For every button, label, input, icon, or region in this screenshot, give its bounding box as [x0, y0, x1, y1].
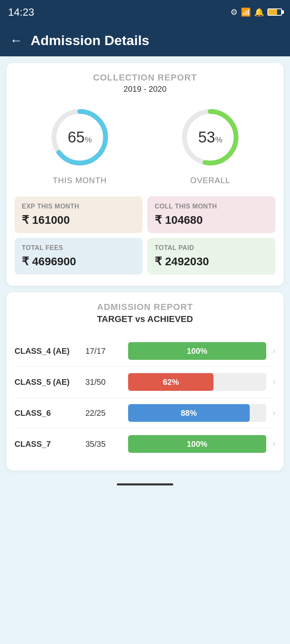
collection-report-title: COLLECTION REPORT — [14, 72, 276, 83]
battery-icon — [267, 8, 282, 16]
this-month-label: THIS MONTH — [53, 176, 107, 185]
class6-progress-bg: 88% — [128, 404, 266, 422]
this-month-donut: 65% — [48, 105, 112, 169]
coll-this-month-value: ₹ 104680 — [155, 213, 268, 227]
page-title: Admission Details — [31, 33, 149, 48]
home-indicator — [0, 477, 290, 489]
exp-this-month-value: ₹ 161000 — [22, 213, 135, 227]
class6-progress-fill: 88% — [128, 404, 250, 422]
class7-chevron-icon: › — [273, 439, 276, 449]
volume-icon: 🔔 — [254, 7, 264, 17]
class4-progress-label: 100% — [187, 347, 207, 356]
class4-chevron-icon: › — [273, 346, 276, 356]
class6-progress-label: 88% — [181, 409, 197, 418]
coll-this-month-label: COLL THIS MONTH — [155, 203, 268, 210]
total-paid-card: TOTAL PAID ₹ 2492030 — [147, 238, 276, 275]
this-month-chart: 65% THIS MONTH — [48, 105, 112, 185]
main-content: COLLECTION REPORT 2019 - 2020 65% THIS M… — [0, 56, 290, 477]
admission-report-title: ADMISSION REPORT — [14, 302, 276, 312]
overall-donut: 53% — [178, 105, 242, 169]
admission-row-class4[interactable]: CLASS_4 (AE) 17/17 100% › — [14, 336, 276, 367]
collection-report-year: 2019 - 2020 — [14, 85, 276, 94]
class5-progress-label: 62% — [163, 378, 179, 387]
total-fees-value: ₹ 4696900 — [22, 255, 135, 268]
class4-name: CLASS_4 (AE) — [14, 347, 79, 356]
class5-progress-bg: 62% — [128, 373, 266, 391]
stats-grid: EXP THIS MONTH ₹ 161000 COLL THIS MONTH … — [14, 196, 276, 275]
total-paid-value: ₹ 2492030 — [155, 255, 268, 268]
total-fees-label: TOTAL FEES — [22, 244, 135, 252]
class7-progress-bg: 100% — [128, 435, 266, 453]
exp-this-month-card: EXP THIS MONTH ₹ 161000 — [14, 196, 143, 233]
overall-percent-display: 53% — [198, 129, 222, 146]
overall-label: OVERALL — [190, 176, 230, 185]
class5-progress-fill: 62% — [128, 373, 213, 391]
status-icons: ⚙ 📶 🔔 — [230, 7, 282, 17]
header: ← Admission Details — [0, 24, 290, 56]
class7-name: CLASS_7 — [14, 440, 79, 449]
admission-row-class6[interactable]: CLASS_6 22/25 88% › — [14, 398, 276, 429]
class5-chevron-icon: › — [273, 377, 276, 387]
collection-report-card: COLLECTION REPORT 2019 - 2020 65% THIS M… — [6, 63, 284, 286]
overall-chart: 53% OVERALL — [178, 105, 242, 185]
class5-name: CLASS_5 (AE) — [14, 378, 79, 387]
class6-name: CLASS_6 — [14, 409, 79, 418]
class7-count: 35/35 — [85, 440, 122, 449]
this-month-percent-display: 65% — [68, 129, 92, 146]
status-time: 14:23 — [8, 6, 34, 19]
class6-count: 22/25 — [85, 409, 122, 418]
back-button[interactable]: ← — [10, 33, 23, 48]
total-paid-label: TOTAL PAID — [155, 244, 268, 252]
class6-chevron-icon: › — [273, 408, 276, 418]
class7-progress-fill: 100% — [128, 435, 266, 453]
admission-report-subtitle: TARGET vs ACHIEVED — [14, 314, 276, 324]
class4-count: 17/17 — [85, 347, 122, 356]
wifi-icon: 📶 — [241, 7, 251, 17]
signal-icon: ⚙ — [230, 7, 238, 17]
class4-progress-bg: 100% — [128, 342, 266, 360]
charts-row: 65% THIS MONTH 53% OVERALL — [14, 105, 276, 185]
admission-row-class7[interactable]: CLASS_7 35/35 100% › — [14, 429, 276, 459]
coll-this-month-card: COLL THIS MONTH ₹ 104680 — [147, 196, 276, 233]
class7-progress-label: 100% — [187, 440, 207, 449]
admission-row-class5[interactable]: CLASS_5 (AE) 31/50 62% › — [14, 367, 276, 398]
class5-count: 31/50 — [85, 378, 122, 387]
class4-progress-fill: 100% — [128, 342, 266, 360]
status-bar: 14:23 ⚙ 📶 🔔 — [0, 0, 290, 24]
home-bar — [117, 483, 173, 485]
total-fees-card: TOTAL FEES ₹ 4696900 — [14, 238, 143, 275]
admission-report-card: ADMISSION REPORT TARGET vs ACHIEVED CLAS… — [6, 292, 284, 471]
exp-this-month-label: EXP THIS MONTH — [22, 203, 135, 210]
